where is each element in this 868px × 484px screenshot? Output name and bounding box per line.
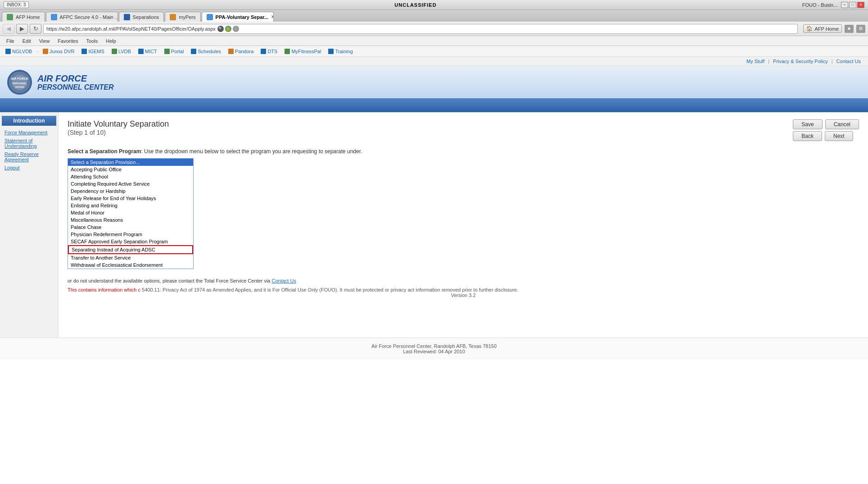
tab-favicon-mypers xyxy=(170,14,176,20)
tab-bar: AFP Home AFPC Secure 4.0 - Main ... Sepa… xyxy=(0,10,868,22)
bookmark-icon-junos xyxy=(43,49,48,54)
contact-us-body-link[interactable]: Contact Us xyxy=(272,278,296,283)
privacy-policy-link[interactable]: Privacy & Security Policy xyxy=(773,59,828,64)
afp-home-link[interactable]: 🏠 AFP Home xyxy=(803,24,842,33)
tab-afp-home[interactable]: AFP Home xyxy=(2,12,45,22)
info-text-block: or do not understand the available optio… xyxy=(68,278,859,283)
page-step: (Step 1 of 10) xyxy=(68,129,169,136)
red-text-content: This contains information which c xyxy=(68,287,140,292)
dropdown-option-palace[interactable]: Palace Chase xyxy=(68,224,193,231)
menu-help[interactable]: Help xyxy=(102,37,120,45)
dropdown-option-enlisting[interactable]: Enlisting and Retiring xyxy=(68,202,193,209)
dropdown-option-placeholder[interactable]: Select a Separation Provision... xyxy=(68,159,193,166)
sidebar: Introduction Force Management Statement … xyxy=(0,112,59,338)
sidebar-link-force-management[interactable]: Force Management xyxy=(2,128,56,137)
bookmark-label-lvdb: LVDB xyxy=(118,49,131,54)
bookmark-pandora[interactable]: Pandora xyxy=(226,48,257,55)
tab-close-ppa-vol[interactable]: ✕ xyxy=(271,14,273,20)
cancel-button[interactable]: Cancel xyxy=(825,119,859,129)
menu-file[interactable]: File xyxy=(3,37,18,45)
version-text: Version 3.2 xyxy=(68,292,859,298)
dropdown-option-completing[interactable]: Completing Required Active Service xyxy=(68,180,193,187)
bookmark-label-pandora: Pandora xyxy=(235,49,254,54)
sidebar-link-logout[interactable]: Logout xyxy=(2,164,56,172)
address-input[interactable]: https://w20.afpc.randolph.af.mil/PPAVolS… xyxy=(43,24,798,34)
bookmark-training[interactable]: Training xyxy=(326,48,355,55)
bookmark-dts[interactable]: DTS xyxy=(258,48,280,55)
info-prefix: or do not understand the available optio… xyxy=(68,278,272,283)
bookmark-label-schedules: Schedules xyxy=(198,49,221,54)
close-button[interactable]: ✕ xyxy=(857,2,864,8)
dropdown-option-transfer[interactable]: Transfer to Another Service xyxy=(68,254,193,261)
dropdown-option-accepting[interactable]: Accepting Public Office xyxy=(68,166,193,173)
tab-separations[interactable]: Separations xyxy=(119,12,164,22)
tab-label-separations: Separations xyxy=(133,14,159,20)
bookmark-mict[interactable]: MICT xyxy=(136,48,160,55)
next-button[interactable]: Next xyxy=(825,131,853,141)
menu-edit[interactable]: Edit xyxy=(19,37,35,45)
save-button[interactable]: Save xyxy=(793,119,822,129)
page-title-block: Initiate Voluntary Separation (Step 1 of… xyxy=(68,119,169,136)
menu-favorites[interactable]: Favorites xyxy=(54,37,81,45)
bookmark-lvdb[interactable]: LVDB xyxy=(109,48,134,55)
separation-dropdown[interactable]: Select a Separation Provision... Accepti… xyxy=(68,158,194,269)
dropdown-option-separating[interactable]: Separating Instead of Acquiring ADSC xyxy=(68,245,193,254)
settings-icon[interactable]: ⚙ xyxy=(856,25,865,33)
svg-text:PERSONNEL: PERSONNEL xyxy=(13,82,27,85)
menu-tools[interactable]: Tools xyxy=(83,37,102,45)
bookmark-label-dts: DTS xyxy=(267,49,277,54)
bookmark-label-mict: MICT xyxy=(145,49,157,54)
back-nav-button[interactable]: ◀ xyxy=(3,24,14,34)
tab-favicon-separations xyxy=(124,14,130,20)
home-icon: 🏠 xyxy=(806,26,813,32)
page-title: Initiate Voluntary Separation xyxy=(68,119,169,129)
fouo-text: 5400.11: Privacy Act of 1974 as Amended … xyxy=(142,287,518,292)
bookmark-schedules[interactable]: Schedules xyxy=(188,48,223,55)
menu-view[interactable]: View xyxy=(36,37,54,45)
dropdown-option-dependency[interactable]: Dependency or Hardship xyxy=(68,187,193,195)
tab-mypers[interactable]: myPers xyxy=(165,12,200,22)
tab-afpc-secure[interactable]: AFPC Secure 4.0 - Main ... xyxy=(46,12,118,22)
title-right-text: FOUO - Busin... xyxy=(802,2,837,8)
main-content: Initiate Voluntary Separation (Step 1 of… xyxy=(59,112,868,338)
dropdown-option-withdrawal[interactable]: Withdrawal of Ecclesiastical Endorsement xyxy=(68,261,193,269)
bookmark-icon-dts xyxy=(261,49,266,54)
dropdown-option-medal[interactable]: Medal of Honor xyxy=(68,209,193,216)
dropdown-option-secaf[interactable]: SECAF Approved Early Separation Program xyxy=(68,238,193,245)
sidebar-link-statement[interactable]: Statement of Understanding xyxy=(2,137,56,150)
search-icon: 🔍 xyxy=(217,26,224,32)
minimize-button[interactable]: ─ xyxy=(841,2,848,8)
bookmark-label-nglvdb: NGLVDB xyxy=(12,49,32,54)
bookmark-igems[interactable]: IGEMS xyxy=(79,48,107,55)
classification-label: UNCLASSIFIED xyxy=(394,2,436,8)
bookmark-junos[interactable]: Junos DVR xyxy=(40,48,77,55)
dropdown-option-misc[interactable]: Miscellaneous Reasons xyxy=(68,216,193,224)
bookmark-label-junos: Junos DVR xyxy=(50,49,75,54)
sidebar-link-ready-reserve[interactable]: Ready Reserve Agreement xyxy=(2,150,56,164)
my-stuff-link[interactable]: My Stuff xyxy=(746,59,764,64)
bookmark-nglvdb[interactable]: NGLVDB xyxy=(3,48,35,55)
window-controls[interactable]: ─ □ ✕ xyxy=(841,2,864,8)
bookmark-icon-mict xyxy=(138,49,144,54)
tab-ppa-vol[interactable]: PPA-Voluntary Separ... ✕ xyxy=(202,12,274,22)
maximize-button[interactable]: □ xyxy=(849,2,856,8)
dropdown-option-physician[interactable]: Physician Redeferment Program xyxy=(68,231,193,238)
util-sep-1: | xyxy=(768,59,769,64)
dropdown-option-attending[interactable]: Attending School xyxy=(68,173,193,180)
info-icon: i xyxy=(233,26,239,32)
dropdown-option-early-release[interactable]: Early Release for End of Year Holidays xyxy=(68,195,193,202)
bookmark-portal[interactable]: Portal xyxy=(162,48,187,55)
refresh-button[interactable]: ↻ xyxy=(30,24,41,34)
back-button[interactable]: Back xyxy=(793,131,822,141)
address-url: https://w20.afpc.randolph.af.mil/PPAVolS… xyxy=(46,26,216,32)
bookmark-myfitnesspal[interactable]: MyFitnessPal xyxy=(282,48,324,55)
forward-nav-button[interactable]: ▶ xyxy=(16,24,28,34)
bookmark-label-igems: IGEMS xyxy=(88,49,104,54)
tab-favicon-afp-home xyxy=(7,14,13,20)
lock-icon: 🔒 xyxy=(225,26,231,32)
blue-nav-bar xyxy=(0,100,868,112)
contact-us-header-link[interactable]: Contact Us xyxy=(836,59,861,64)
titlebar: INBOX: 3 UNCLASSIFIED FOUO - Busin... ─ … xyxy=(0,0,868,10)
favorites-icon[interactable]: ★ xyxy=(845,25,854,33)
inbox-badge: INBOX: 3 xyxy=(4,1,29,8)
